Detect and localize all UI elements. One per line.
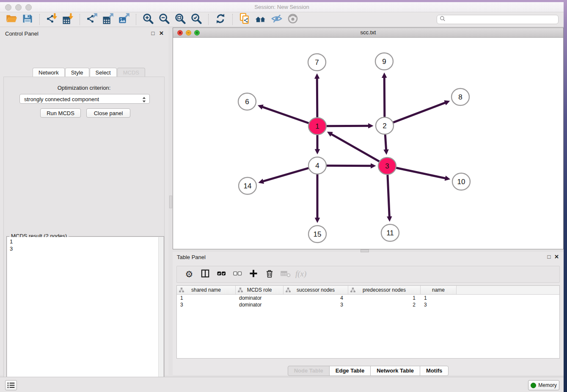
zoom-in-icon <box>142 13 154 26</box>
table-row[interactable]: 3dominator323 <box>177 301 559 308</box>
columns-button[interactable] <box>198 268 212 281</box>
edge-2-9[interactable] <box>384 77 385 116</box>
column-header-predecessor-nodes[interactable]: predecessor nodes <box>348 286 421 294</box>
network-file-share-button[interactable] <box>238 13 251 26</box>
tab-edge-table[interactable]: Edge Table <box>329 366 371 376</box>
zoom-out-button[interactable] <box>157 13 171 26</box>
first-neighbors-button[interactable] <box>254 13 267 26</box>
zoom-selected-button[interactable] <box>190 13 203 26</box>
network-window-titlebar[interactable]: ✕ − + scc.txt <box>173 28 563 38</box>
memory-button[interactable]: Memory <box>528 380 559 390</box>
tab-style[interactable]: Style <box>65 68 89 77</box>
graph-node-10[interactable]: 10 <box>452 173 470 190</box>
table-cell: 3 <box>177 301 236 308</box>
graph-node-3[interactable]: 3 <box>378 157 396 174</box>
add-button[interactable] <box>246 268 261 281</box>
tab-select[interactable]: Select <box>90 68 117 77</box>
zoom-in-button[interactable] <box>141 13 155 26</box>
tab-mcds[interactable]: MCDS <box>117 68 145 77</box>
import-table-button[interactable] <box>61 13 74 26</box>
zoom-fit-icon <box>174 13 186 26</box>
graph-node-9[interactable]: 9 <box>375 53 393 70</box>
table-header-row: shared nameMCDS rolesuccessor nodesprede… <box>177 286 559 295</box>
application-window: Session: New Session Control Panel □ ✕ N… <box>0 0 567 392</box>
edge-2-8[interactable] <box>394 102 446 122</box>
graph-node-6[interactable]: 6 <box>238 93 256 110</box>
task-history-button[interactable] <box>5 380 17 390</box>
import-network-icon <box>46 13 58 26</box>
close-table-panel-icon[interactable]: ✕ <box>554 254 559 259</box>
node-table[interactable]: shared nameMCDS rolesuccessor nodesprede… <box>176 285 560 359</box>
column-header-name[interactable]: name <box>421 286 457 294</box>
export-image-button[interactable] <box>117 13 131 26</box>
select-all-button[interactable] <box>214 268 228 281</box>
show-panel-button[interactable] <box>286 13 300 26</box>
edge-3-1[interactable] <box>331 134 379 161</box>
search-icon <box>440 16 446 23</box>
svg-text:14: 14 <box>244 182 252 190</box>
edge-4-14[interactable] <box>263 168 308 182</box>
toolbar-separator <box>39 14 40 25</box>
graph-node-2[interactable]: 2 <box>376 117 394 134</box>
export-table-button[interactable] <box>101 13 115 26</box>
float-table-panel-icon[interactable]: □ <box>546 254 552 259</box>
panel-split-divider[interactable] <box>169 27 173 375</box>
tab-network-table[interactable]: Network Table <box>370 366 420 376</box>
criterion-dropdown[interactable]: strongly connected component <box>19 94 150 104</box>
svg-text:4: 4 <box>315 162 319 170</box>
export-network-button[interactable] <box>85 13 99 26</box>
column-label: name <box>432 287 445 293</box>
edge-2-3[interactable] <box>385 135 386 150</box>
edge-1-2[interactable] <box>327 126 369 126</box>
zoom-fit-button[interactable] <box>173 13 187 26</box>
toolbar-separator <box>208 14 209 25</box>
edge-3-10[interactable] <box>396 168 446 179</box>
delete-button[interactable] <box>262 268 277 281</box>
table-tabs: Node TableEdge TableNetwork TableMotifs <box>173 366 564 376</box>
graph-node-1[interactable]: 1 <box>308 118 326 135</box>
graph-node-8[interactable]: 8 <box>451 88 469 105</box>
graph-node-7[interactable]: 7 <box>308 54 326 71</box>
close-panel-button[interactable]: Close panel <box>86 108 130 118</box>
save-session-button[interactable] <box>21 13 34 26</box>
float-panel-icon[interactable]: □ <box>150 30 156 36</box>
deselect-all-button[interactable] <box>230 268 245 281</box>
column-header-successor-nodes[interactable]: successor nodes <box>284 286 348 294</box>
split-handle[interactable] <box>169 196 172 208</box>
import-network-button[interactable] <box>45 13 58 26</box>
graph-node-11[interactable]: 11 <box>381 224 399 241</box>
tab-node-table[interactable]: Node Table <box>288 366 330 376</box>
search-field[interactable] <box>437 15 559 24</box>
run-mcds-button[interactable]: Run MCDS <box>40 108 81 118</box>
network-table-split-handle[interactable] <box>361 249 369 252</box>
export-table-icon <box>102 13 114 26</box>
columns-icon <box>201 269 210 280</box>
table-row[interactable]: 1dominator411 <box>177 295 559 301</box>
graph-node-15[interactable]: 15 <box>308 226 326 243</box>
export-network-icon <box>86 13 98 26</box>
svg-text:1: 1 <box>315 122 319 130</box>
tab-motifs[interactable]: Motifs <box>420 366 449 376</box>
open-session-icon <box>6 13 17 26</box>
edge-1-7[interactable] <box>317 78 317 117</box>
tab-network[interactable]: Network <box>33 68 65 77</box>
column-header-MCDS-role[interactable]: MCDS role <box>236 286 284 294</box>
optimization-criterion-label: Optimization criterion: <box>4 85 164 91</box>
result-scrollbar[interactable] <box>158 237 163 392</box>
edge-1-6[interactable] <box>262 107 308 123</box>
zoom-out-icon <box>158 13 170 26</box>
table-cell: 3 <box>284 301 348 308</box>
column-header-shared-name[interactable]: shared name <box>177 286 236 294</box>
graph-node-4[interactable]: 4 <box>308 157 326 174</box>
window-titlebar: Session: New Session <box>0 2 564 12</box>
network-canvas[interactable]: 7968124314101511 <box>173 38 563 249</box>
open-session-button[interactable] <box>5 13 18 26</box>
hide-panel-button[interactable] <box>270 13 284 26</box>
edge-4-3[interactable] <box>327 166 372 166</box>
close-panel-icon[interactable]: ✕ <box>159 30 164 36</box>
settings-button[interactable]: ⚙ <box>182 268 196 281</box>
refresh-button[interactable] <box>214 13 227 26</box>
mcds-result-textarea[interactable]: 1 3 <box>7 237 163 392</box>
graph-node-14[interactable]: 14 <box>239 177 256 194</box>
edge-3-11[interactable] <box>388 175 389 217</box>
